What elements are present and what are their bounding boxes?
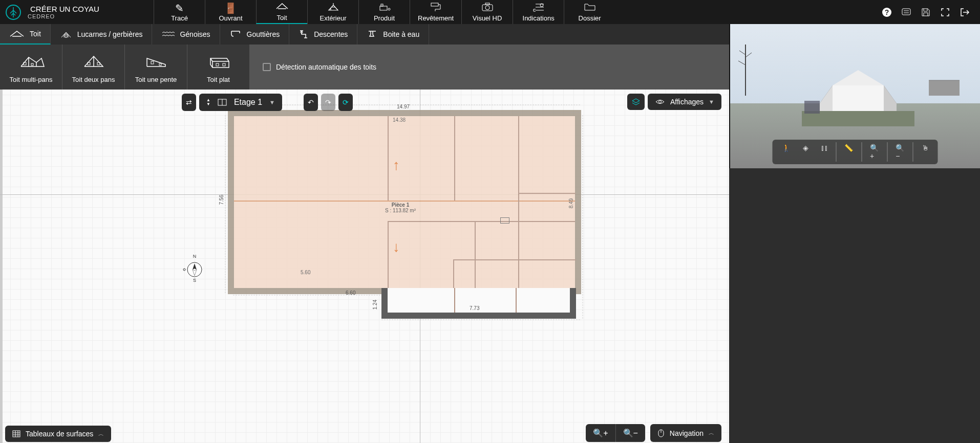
tab-revetement[interactable]: Revêtement [410,0,461,24]
undo-button[interactable]: ↶ [304,94,318,111]
wall [454,288,455,313]
door-symbol [500,217,509,224]
subtab-toit[interactable]: Toit [0,24,51,45]
subtab-boite-eau[interactable]: Boite à eau [357,24,429,45]
svg-point-4 [388,8,390,10]
subtab-descentes[interactable]: Descentes [289,24,357,45]
mouse-icon: 🖱 [922,144,929,152]
undo-icon: ↶ [308,98,314,106]
roof-icon [275,2,289,13]
brand-name: CEDREO [28,13,99,19]
wall [518,116,519,288]
ruler-icon: 📏 [844,144,853,152]
downspout-icon [299,29,309,39]
product-icon [378,2,391,13]
cube-icon: ◈ [803,144,808,152]
auto-detect-checkbox[interactable] [263,63,271,71]
roof-small-icon [9,29,25,38]
roof-type-une-pente[interactable]: Toit une pente [125,45,187,90]
redo-button[interactable]: ↷ [321,94,335,111]
preview-controls: 🚶 ◈ ⫿⫿ 📏 🔍+ 🔍− 🖱 [773,140,938,164]
properties-panel [729,168,980,443]
refresh-button[interactable]: ⟳ [338,94,353,111]
svg-marker-46 [833,70,884,85]
help-icon[interactable]: ? [882,7,892,17]
redo-icon: ↷ [325,98,331,106]
surfaces-table-button[interactable]: Tableaux de surfaces ︿ [5,426,111,442]
tab-exterieur[interactable]: Extérieur [307,0,358,24]
preview-walk-button[interactable]: 🚶 [778,142,795,162]
dim-bottom-2: 6.60 [346,290,355,296]
wall [518,193,576,194]
wall [453,259,454,288]
preview-zoom-in-button[interactable]: 🔍+ [866,142,883,162]
svg-line-54 [745,53,752,57]
logo-area: CRÉER UN COYAU CEDREO [0,0,154,24]
roof-type-deux-pans[interactable]: Toit deux pans [62,45,125,90]
svg-rect-24 [223,63,225,66]
zoom-out-icon: 🔍− [623,429,638,437]
preview-measure-button[interactable]: 📏 [840,142,857,162]
pencil-icon: ✎ [175,2,184,13]
preview-orbit-button[interactable]: ◈ [799,142,813,162]
tab-visuel-hd[interactable]: Visuel HD [461,0,513,24]
svg-text:N: N [193,254,197,259]
preview-zoom-out-button[interactable]: 🔍− [891,142,909,162]
subtab-gouttieres[interactable]: Gouttières [220,24,290,45]
wall [475,221,476,288]
fence-icon [929,55,960,101]
affichages-label: Affichages [670,98,704,106]
roof-type-plat[interactable]: Toit plat [187,45,250,90]
dim-right: 8.49 [568,198,574,208]
zoom-out-icon: 🔍− [896,144,904,160]
compass[interactable]: N S [179,253,210,284]
dim-bottom-1: 5.60 [301,270,310,275]
svg-rect-15 [65,35,67,37]
table-icon [12,430,20,437]
genoise-icon [161,31,175,38]
layers-button[interactable] [627,94,645,110]
plat-icon [203,51,234,72]
ruler-left [0,90,3,443]
exit-icon[interactable] [960,7,970,17]
tab-indications[interactable]: Indications [513,0,564,24]
tab-trace[interactable]: ✎ Tracé [154,0,205,24]
tab-produit[interactable]: Produit [358,0,410,24]
navigation-button[interactable]: Navigation ︿ [650,424,721,442]
svg-line-55 [738,61,745,65]
preview-3d-panel[interactable]: 🚶 ◈ ⫿⫿ 📏 🔍+ 🔍− 🖱 [729,24,980,168]
chevron-down-icon: ▼ [709,99,714,105]
canvas-2d[interactable]: ⇄ ▲▼ Etage 1 ▼ ↶ ↷ ⟳ Affichages ▼ N [0,90,729,443]
swap-button[interactable]: ⇄ [182,94,196,111]
roof-type-multi-pans[interactable]: Toit multi-pans [0,45,62,90]
person-icon: 🚶 [782,144,791,152]
comment-icon[interactable] [901,7,911,17]
tab-ouvrant[interactable]: 🚪 Ouvrant [205,0,256,24]
tab-toit[interactable]: Toit [256,0,307,24]
subtab-genoises[interactable]: Génoises [152,24,220,45]
zoom-in-button[interactable]: 🔍+ [586,424,615,442]
water-box-icon [367,29,378,39]
mouse-icon [657,429,665,438]
refresh-icon: ⟳ [343,98,349,106]
svg-text:?: ? [885,8,889,16]
preview-section-button[interactable]: ⫿⫿ [817,142,832,162]
floor-plan[interactable]: 14.97 14.38 ↑ ↓ Pièce 1 S : 113.82 m² [228,110,581,325]
paint-roller-icon [430,2,441,13]
une-pente-icon [141,51,172,72]
tab-dossier[interactable]: Dossier [564,0,615,24]
preview-mouse-button[interactable]: 🖱 [918,142,933,162]
wall [454,116,455,201]
save-icon[interactable] [921,7,931,17]
tree-icon [735,39,756,101]
floor-label: Etage 1 [234,98,262,107]
zoom-out-button[interactable]: 🔍− [616,424,645,442]
svg-rect-8 [485,3,489,5]
fullscreen-icon[interactable] [940,7,950,17]
room-label: Pièce 1 S : 113.82 m² [385,202,416,213]
zoom-in-icon: 🔍+ [593,429,608,437]
floor-selector[interactable]: ▲▼ Etage 1 ▼ [199,94,282,111]
affichages-button[interactable]: Affichages ▼ [648,94,721,110]
subtab-lucarnes[interactable]: Lucarnes / gerbières [51,24,153,45]
folder-icon [584,2,596,13]
